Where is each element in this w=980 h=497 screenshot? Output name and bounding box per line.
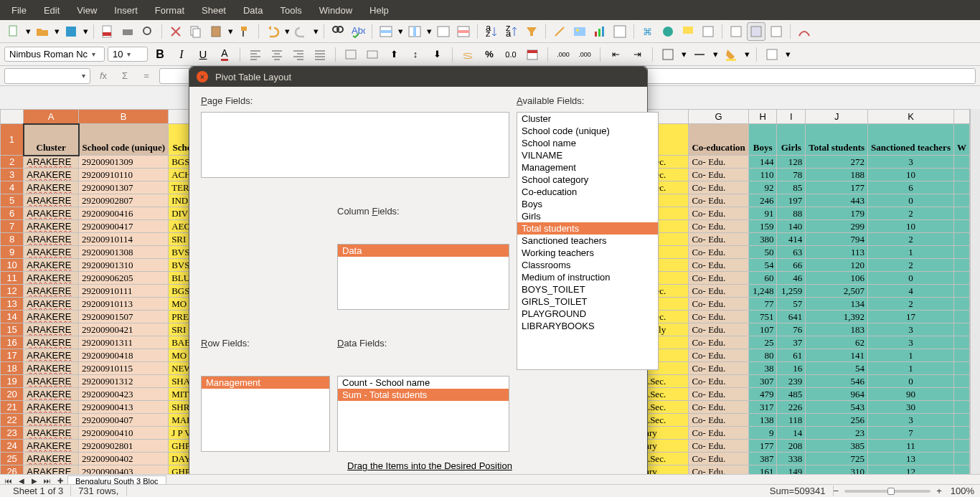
sum-icon[interactable]: Σ [116, 68, 133, 84]
cell[interactable]: Co- Edu. [689, 233, 748, 246]
cell[interactable]: 9 [748, 427, 777, 440]
cell[interactable]: 239 [777, 375, 806, 388]
chart-icon[interactable] [590, 22, 609, 41]
cell[interactable]: 1 [868, 362, 954, 375]
cell[interactable] [953, 246, 969, 259]
row-header[interactable]: 15 [1, 323, 24, 336]
cell[interactable]: 29200900417 [79, 220, 169, 233]
bgcolor-icon[interactable] [722, 45, 740, 64]
cell[interactable]: ARAKERE [24, 414, 79, 427]
cell[interactable]: 54 [748, 259, 777, 272]
comment-icon[interactable] [679, 22, 697, 41]
column-dropdown[interactable]: ▾ [425, 26, 433, 37]
cond-format-icon[interactable] [763, 45, 781, 64]
paste-dropdown[interactable]: ▾ [227, 26, 234, 37]
cell[interactable]: Co- Edu. [689, 375, 748, 388]
cell[interactable]: Co- Edu. [689, 414, 748, 427]
cell[interactable]: 63 [777, 246, 806, 259]
font-size-combo[interactable]: 10▾ [108, 47, 148, 62]
data-fields-list[interactable]: Count - School nameSum - Total students [337, 376, 509, 452]
redo-dropdown[interactable]: ▾ [312, 26, 319, 37]
available-fields-list[interactable]: ClusterSchool code (unique)School nameVI… [517, 112, 659, 370]
valign-bot-icon[interactable]: ⬇ [428, 45, 446, 64]
header-boys[interactable]: Boys [748, 124, 777, 156]
row-header[interactable]: 14 [1, 311, 24, 323]
row-fields-list[interactable]: Management [201, 376, 330, 452]
cell[interactable]: 110 [748, 169, 777, 181]
cell[interactable]: 543 [806, 401, 868, 414]
cell[interactable]: Co- Edu. [689, 246, 748, 259]
col-header-j[interactable]: J [806, 110, 868, 124]
border-style-icon[interactable] [690, 45, 709, 64]
cell[interactable]: 118 [777, 414, 806, 427]
header-coed[interactable]: Co-education [689, 124, 748, 156]
row-header[interactable]: 21 [1, 401, 24, 414]
cell[interactable]: 46 [777, 272, 806, 285]
cell[interactable]: 3 [868, 156, 954, 169]
cell[interactable]: 2 [868, 207, 954, 220]
header-girls[interactable]: Girls [777, 124, 806, 156]
cell[interactable]: 38 [748, 362, 777, 375]
cell[interactable]: 76 [777, 323, 806, 336]
valign-top-icon[interactable]: ⬆ [385, 45, 403, 64]
cell[interactable] [953, 440, 969, 453]
merge-icon[interactable] [363, 45, 382, 64]
special-char-icon[interactable]: ⌘ [639, 22, 657, 41]
cell[interactable]: 13 [868, 453, 954, 465]
menu-file[interactable]: File [4, 2, 34, 19]
cell[interactable]: 338 [777, 453, 806, 465]
cell[interactable]: 177 [806, 181, 868, 194]
corner-cell[interactable] [1, 110, 24, 124]
cell[interactable]: Co- Edu. [689, 336, 748, 349]
cell[interactable]: 414 [777, 233, 806, 246]
font-color-icon[interactable]: A [215, 45, 234, 64]
header-school-code[interactable]: School code (unique) [79, 124, 169, 156]
find-icon[interactable] [329, 22, 347, 41]
print-icon[interactable] [118, 22, 137, 41]
headers-icon[interactable] [699, 22, 717, 41]
grid-icon[interactable] [767, 22, 786, 41]
zoom-in-icon[interactable]: + [936, 486, 942, 496]
save-dropdown[interactable]: ▾ [82, 26, 89, 37]
currency-icon[interactable] [458, 45, 477, 64]
list-item[interactable]: Working teachers [517, 247, 658, 259]
cell[interactable]: 29200900402 [79, 453, 169, 465]
cell[interactable]: 29200906205 [79, 272, 169, 285]
open-icon[interactable] [33, 22, 52, 41]
list-item[interactable]: Girls [517, 210, 658, 222]
cell[interactable]: 6 [868, 181, 954, 194]
list-item[interactable]: Co-education [517, 186, 658, 198]
cell[interactable]: 641 [777, 311, 806, 323]
cell[interactable]: Co- Edu. [689, 311, 748, 323]
cell[interactable] [953, 181, 969, 194]
cell[interactable] [953, 401, 969, 414]
cell[interactable]: 85 [777, 181, 806, 194]
cell[interactable]: 29200900423 [79, 388, 169, 401]
row-header[interactable]: 5 [1, 194, 24, 207]
cell[interactable]: 751 [748, 311, 777, 323]
bgcolor-dropdown[interactable]: ▾ [743, 49, 750, 60]
undo-icon[interactable] [263, 22, 282, 41]
cell[interactable]: 80 [748, 349, 777, 362]
cell[interactable]: 380 [748, 233, 777, 246]
menu-edit[interactable]: Edit [37, 2, 67, 19]
cell[interactable]: ARAKERE [24, 272, 79, 285]
right-sidebar[interactable] [970, 109, 980, 477]
cell[interactable]: 37 [777, 336, 806, 349]
equals-icon[interactable]: = [138, 68, 155, 84]
cell[interactable] [953, 233, 969, 246]
cell[interactable]: ARAKERE [24, 323, 79, 336]
cell[interactable]: ARAKERE [24, 169, 79, 181]
sort-asc-icon[interactable]: az [482, 22, 501, 41]
header-w[interactable]: W [953, 124, 969, 156]
cell[interactable]: 256 [806, 414, 868, 427]
cell[interactable] [953, 272, 969, 285]
cell[interactable]: Co- Edu. [689, 169, 748, 181]
new-icon[interactable] [4, 22, 23, 41]
percent-icon[interactable]: % [480, 45, 499, 64]
cell[interactable]: 3 [868, 414, 954, 427]
row-header[interactable]: 22 [1, 414, 24, 427]
cell[interactable]: 208 [777, 440, 806, 453]
cell[interactable]: 479 [748, 388, 777, 401]
cell[interactable]: 1,392 [806, 311, 868, 323]
